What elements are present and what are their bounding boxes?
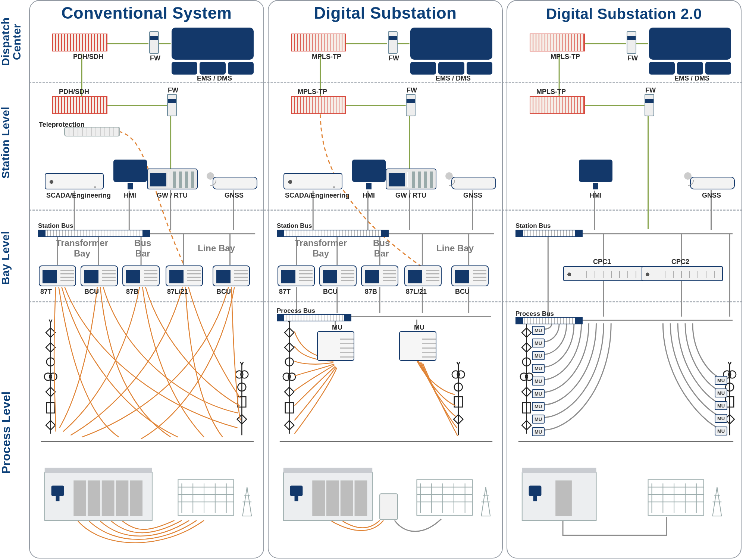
hmi-label: HMI xyxy=(589,192,602,199)
fw-icon xyxy=(627,31,636,54)
bay-group-label: Line Bay xyxy=(198,243,235,254)
station-bus-label: Station Bus xyxy=(38,222,73,230)
ems-screens-icon xyxy=(649,28,731,76)
ied-label: 87B xyxy=(365,288,377,296)
ied-icon xyxy=(213,265,250,286)
svg-rect-19 xyxy=(102,481,115,516)
fw-icon xyxy=(645,94,654,116)
process-bus-switch-icon xyxy=(515,317,583,324)
bay-group-label: Bus Bar xyxy=(134,238,151,259)
station-bus-switch-icon xyxy=(277,230,389,237)
bay-group-label: Transformer Bay xyxy=(56,238,108,259)
mu-chip-icon: MU xyxy=(715,376,727,385)
gwrtu-label: GW / RTU xyxy=(395,192,426,199)
fw-icon xyxy=(149,31,159,54)
svg-rect-60 xyxy=(522,468,596,473)
fw-icon xyxy=(167,94,177,116)
gnss-label: GNSS xyxy=(702,192,721,199)
mu-chip-icon: MU xyxy=(532,364,545,373)
dispatch-fw-label: FW xyxy=(150,54,160,62)
mu-chip-icon: MU xyxy=(532,415,545,424)
bay-group-label: Line Bay xyxy=(436,243,474,254)
row-label-process: Process Level xyxy=(0,317,12,548)
dispatch-screens-label: EMS / DMS xyxy=(436,75,471,82)
svg-rect-39 xyxy=(295,496,298,501)
svg-rect-21 xyxy=(130,481,142,516)
mu-label: MU xyxy=(332,324,342,331)
rack-icon xyxy=(52,96,107,114)
svg-rect-16 xyxy=(56,496,60,501)
svg-rect-15 xyxy=(51,485,64,496)
gnss-label: GNSS xyxy=(463,192,482,199)
mu-chip-icon: MU xyxy=(715,388,727,397)
station-rack-label: MPLS-TP xyxy=(536,88,566,96)
ems-screens-icon xyxy=(172,28,254,76)
col-conventional: Conventional System xyxy=(29,0,264,559)
ied-icon xyxy=(122,265,160,286)
hmi-label: HMI xyxy=(124,192,136,199)
process-bus-label: Process Bus xyxy=(277,307,315,315)
gnss-icon xyxy=(451,177,496,189)
svg-rect-18 xyxy=(88,481,100,516)
rack-icon xyxy=(530,34,585,51)
process-bus-label: Process Bus xyxy=(515,310,554,318)
cpc-icon xyxy=(563,266,645,281)
row-label-station: Station Level xyxy=(0,86,11,198)
ied-label: 87T xyxy=(279,288,291,296)
ied-icon xyxy=(361,265,398,286)
station-bus-switch-icon xyxy=(38,230,150,237)
scada-label: SCADA/Engineering xyxy=(46,192,111,199)
ied-label: 87L/21 xyxy=(406,288,427,296)
station-bus-label: Station Bus xyxy=(515,222,551,230)
ied-icon xyxy=(404,265,442,286)
mu-icon xyxy=(317,331,354,361)
svg-rect-62 xyxy=(533,496,537,501)
dispatch-rack-label: MPLS-TP xyxy=(551,53,580,61)
svg-rect-44 xyxy=(380,494,398,520)
ied-label: 87T xyxy=(40,288,52,296)
row-label-dispatch: Dispatch Center xyxy=(0,8,22,75)
hmi-icon xyxy=(113,160,147,189)
gnss-icon xyxy=(213,177,257,189)
mu-chip-icon: MU xyxy=(532,326,545,335)
svg-rect-41 xyxy=(326,481,339,516)
ied-label: 87L/21 xyxy=(167,288,188,296)
ied-label: BCU xyxy=(84,288,99,296)
svg-rect-14 xyxy=(45,468,152,473)
svg-rect-43 xyxy=(355,481,367,516)
rack-icon xyxy=(530,96,585,114)
cpc-label: CPC2 xyxy=(671,258,689,266)
svg-rect-38 xyxy=(290,485,303,496)
col-digital-1: Digital Substation xyxy=(268,0,503,559)
scada-icon xyxy=(45,173,104,189)
mu-chip-icon: MU xyxy=(715,401,727,410)
mu-icon xyxy=(399,331,436,361)
station-rack-label: MPLS-TP xyxy=(298,88,327,96)
dispatch-screens-label: EMS / DMS xyxy=(674,75,709,82)
ied-icon xyxy=(166,265,203,286)
bay-group-label: Bus Bar xyxy=(373,238,390,259)
gnss-label: GNSS xyxy=(225,192,244,199)
station-fw-label: FW xyxy=(645,86,656,94)
svg-rect-37 xyxy=(283,468,372,473)
ied-icon xyxy=(278,265,315,286)
gwrtu-icon xyxy=(147,169,198,189)
dispatch-screens-label: EMS / DMS xyxy=(197,75,232,82)
svg-rect-64 xyxy=(648,480,704,515)
ied-icon xyxy=(39,265,76,286)
process-bus-switch-icon xyxy=(277,314,351,321)
cpc-icon xyxy=(642,266,723,281)
teleprotection-label: Teleprotection xyxy=(39,121,85,129)
ied-label: BCU xyxy=(216,288,231,296)
ied-label: 87B xyxy=(126,288,138,296)
dispatch-rack-label: MPLS-TP xyxy=(312,53,341,61)
rack-icon xyxy=(52,34,107,51)
scada-icon xyxy=(283,173,342,189)
svg-rect-45 xyxy=(417,480,472,515)
mu-chip-icon: MU xyxy=(532,377,545,386)
gwrtu-label: GW / RTU xyxy=(157,192,188,199)
ied-icon xyxy=(451,265,489,286)
gnss-icon xyxy=(690,177,735,189)
fw-icon xyxy=(406,94,416,116)
columns: Conventional System xyxy=(29,0,742,559)
